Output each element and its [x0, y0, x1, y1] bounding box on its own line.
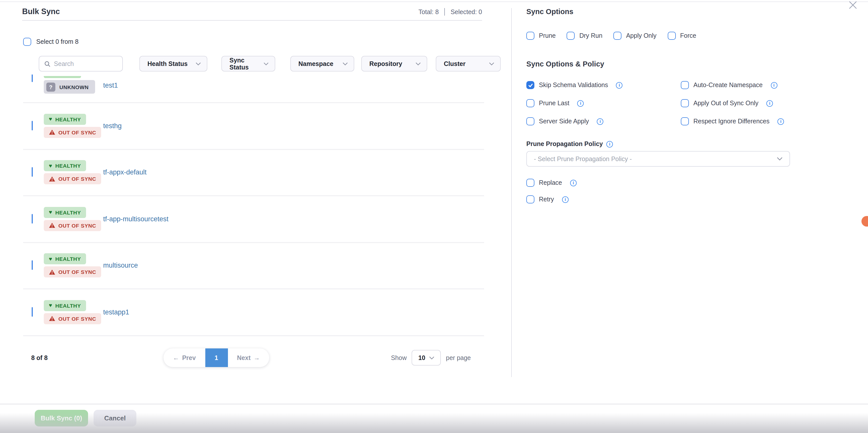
prev-page-button[interactable]: ← Prev [163, 348, 205, 367]
status-badges: ♥HEALTHYOUT OF SYNC [44, 114, 101, 138]
app-name-link[interactable]: testapp1 [103, 308, 129, 316]
row-check-wrap [32, 261, 33, 270]
filter-health-status[interactable]: Health Status [140, 56, 207, 71]
health-badge: ♥HEALTHY [44, 254, 86, 265]
app-name-link[interactable]: testhg [103, 122, 122, 129]
status-badges: ♥HEALTHYOUT OF SYNC [44, 161, 101, 184]
info-icon[interactable]: i [562, 196, 568, 203]
select-all-checkbox[interactable] [23, 38, 31, 46]
sync-option-checkbox[interactable] [567, 32, 575, 40]
next-page-button[interactable]: Next → [228, 348, 269, 367]
sync-option-option: Prune [526, 32, 556, 40]
result-count: 8 of 8 [31, 354, 48, 362]
app-row: ♥HEALTHYOUT OF SYNCtf-app-multisourcetes… [0, 196, 511, 242]
sync-badge-label: OUT OF SYNC [58, 223, 96, 229]
policy-option-option: Apply Out of Sync Onlyi [681, 99, 784, 107]
sync-option-label: Dry Run [580, 32, 602, 39]
policy-option-checkbox[interactable] [526, 117, 534, 125]
policy-option-label: Respect Ignore Differences [693, 118, 770, 125]
warning-icon [49, 316, 55, 321]
info-icon[interactable]: i [778, 118, 784, 125]
health-badge: ♥HEALTHY [44, 300, 86, 311]
info-icon[interactable]: i [570, 179, 577, 186]
warning-icon [49, 223, 55, 228]
filter-label: Health Status [148, 60, 188, 67]
filter-label: Namespace [299, 60, 333, 67]
left-arrow-icon: ← [173, 354, 179, 361]
row-check-wrap [32, 214, 33, 224]
quick-sync-options: PruneDry RunApply OnlyForce [526, 32, 696, 40]
app-name-link[interactable]: multisource [103, 262, 138, 269]
app-checkbox[interactable] [32, 121, 33, 131]
sync-option-checkbox[interactable] [526, 32, 534, 40]
info-icon[interactable]: i [771, 82, 777, 88]
app-row: ♥HEALTHYOUT OF SYNCmultisource [0, 242, 511, 289]
app-name-link[interactable]: tf-app-multisourcetest [103, 215, 168, 223]
filter-cluster[interactable]: Cluster [436, 56, 501, 71]
filter-namespace[interactable]: Namespace [290, 56, 354, 71]
totals-bar: Total: 8 Selected: 0 [22, 8, 482, 16]
app-name-link[interactable]: tf-appx-default [103, 169, 147, 176]
app-checkbox[interactable] [32, 167, 33, 177]
policy-option-label: Server Side Apply [539, 118, 589, 125]
chevron-down-icon [415, 62, 421, 65]
policy-option-checkbox[interactable] [681, 81, 689, 89]
panel-divider [511, 8, 512, 377]
health-badge-label: HEALTHY [55, 209, 81, 215]
policy-option-checkbox[interactable] [526, 99, 534, 107]
sync-option-checkbox[interactable] [668, 32, 676, 40]
prune-policy-label-row: Prune Propagation Policy i [526, 141, 613, 147]
cancel-button[interactable]: Cancel [94, 410, 136, 427]
policy-option-checkbox[interactable] [526, 81, 534, 89]
policy-option-checkbox[interactable] [681, 117, 689, 125]
heart-icon: ♥ [49, 163, 52, 169]
sync-badge: OUT OF SYNC [44, 267, 101, 278]
info-icon[interactable]: i [766, 100, 773, 107]
filter-sync-status[interactable]: Sync Status [221, 56, 275, 71]
bulk-sync-button[interactable]: Bulk Sync (0) [35, 410, 88, 427]
warning-icon [49, 176, 55, 182]
sync-option-option: Apply Only [613, 32, 656, 40]
prune-policy-select[interactable]: - Select Prune Propagation Policy - [526, 151, 790, 167]
footer-divider [0, 404, 868, 404]
page-number-button[interactable]: 1 [205, 348, 228, 367]
extra-option-checkbox[interactable] [526, 195, 534, 203]
sync-option-label: Force [680, 32, 696, 39]
filter-label: Sync Status [229, 57, 264, 71]
info-icon[interactable]: i [597, 118, 603, 125]
info-icon[interactable]: i [606, 141, 613, 147]
extra-option-label: Replace [539, 179, 562, 186]
app-checkbox[interactable] [32, 307, 33, 317]
info-icon[interactable]: i [578, 100, 584, 107]
health-badge: ♥HEALTHY [44, 161, 86, 171]
filter-repository[interactable]: Repository [361, 56, 427, 71]
search-box [39, 56, 123, 71]
app-checkbox[interactable] [32, 75, 33, 82]
row-check-wrap [32, 308, 33, 317]
search-input[interactable] [54, 60, 117, 67]
chevron-down-icon [264, 62, 269, 65]
sync-policy-options: Skip Schema ValidationsiAuto-Create Name… [526, 81, 784, 125]
extra-option-checkbox[interactable] [526, 179, 534, 187]
policy-option-label: Auto-Create Namespace [693, 82, 763, 89]
pagination: ← Prev 1 Next → [163, 348, 269, 367]
total-count: Total: 8 [418, 8, 439, 16]
app-row: ♥HEALTHYOUT OF SYNCtf-appx-default [0, 149, 511, 195]
info-icon[interactable]: i [616, 82, 623, 88]
row-check-wrap [32, 168, 33, 177]
sync-option-label: Prune [539, 32, 556, 39]
close-icon[interactable] [848, 0, 858, 9]
app-name-link[interactable]: test1 [103, 82, 118, 89]
app-checkbox[interactable] [32, 214, 33, 224]
app-row: ?UNKNOWNtest1 [0, 75, 511, 102]
policy-option-option: Respect Ignore Differencesi [681, 117, 784, 125]
notification-dot [862, 216, 868, 227]
sync-option-checkbox[interactable] [613, 32, 621, 40]
sync-badge: OUT OF SYNC [44, 127, 101, 138]
policy-option-checkbox[interactable] [681, 99, 689, 107]
status-badges: ♥HEALTHYOUT OF SYNC [44, 254, 101, 278]
policy-option-option: Skip Schema Validationsi [526, 81, 681, 89]
retry-option-slot: Retryi [526, 195, 568, 203]
page-size-select[interactable]: 10 [412, 350, 441, 366]
app-checkbox[interactable] [32, 261, 33, 270]
